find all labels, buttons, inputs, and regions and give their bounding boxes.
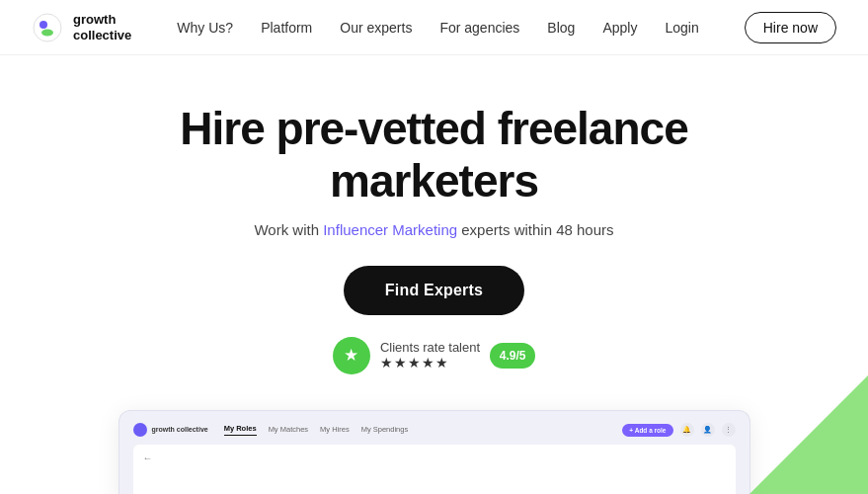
navbar: growth collective Why Us? Platform Our e… xyxy=(0,0,868,55)
nav-item-experts[interactable]: Our experts xyxy=(340,19,412,37)
app-tab-my-roles[interactable]: My Roles xyxy=(224,424,257,436)
svg-point-2 xyxy=(41,29,53,36)
nav-item-why-us[interactable]: Why Us? xyxy=(177,19,233,37)
app-tab-my-spendings[interactable]: My Spendings xyxy=(361,425,409,436)
nav-item-blog[interactable]: Blog xyxy=(547,19,575,37)
corner-decoration xyxy=(750,375,868,494)
nav-item-apply[interactable]: Apply xyxy=(602,19,637,37)
rating-text: Clients rate talent ★★★★★ xyxy=(380,340,480,370)
app-logo-dot xyxy=(133,423,147,437)
hero-title: Hire pre-vetted freelance marketers xyxy=(158,103,711,207)
hire-now-button[interactable]: Hire now xyxy=(745,12,836,43)
app-preview-wrapper: growth collective My Roles My Matches My… xyxy=(118,410,750,494)
app-navbar: growth collective My Roles My Matches My… xyxy=(133,423,736,437)
svg-point-0 xyxy=(34,14,61,41)
rating-label: Clients rate talent xyxy=(380,340,480,355)
app-tabs: My Roles My Matches My Hires My Spending… xyxy=(224,424,607,436)
hero-link[interactable]: Influencer Marketing xyxy=(323,221,457,238)
hero-subtitle: Work with Influencer Marketing experts w… xyxy=(254,221,613,238)
logo-icon xyxy=(32,12,63,43)
nav-links: Why Us? Platform Our experts For agencie… xyxy=(177,19,698,37)
rating-icon: ★ xyxy=(333,337,370,374)
app-tab-my-matches[interactable]: My Matches xyxy=(269,425,308,436)
app-logo: growth collective xyxy=(133,423,208,437)
menu-icon[interactable]: ⋮ xyxy=(722,423,736,437)
logo[interactable]: growth collective xyxy=(32,12,131,43)
app-brand-name: growth collective xyxy=(152,426,208,434)
nav-item-platform[interactable]: Platform xyxy=(261,19,312,37)
hero-section: Hire pre-vetted freelance marketers Work… xyxy=(0,55,868,374)
app-preview: growth collective My Roles My Matches My… xyxy=(118,410,750,494)
bell-icon[interactable]: 🔔 xyxy=(680,423,694,437)
nav-item-agencies[interactable]: For agencies xyxy=(439,19,519,37)
rating-score: 4.9/5 xyxy=(490,343,535,369)
app-content: ← xyxy=(133,445,736,494)
app-actions: + Add a role 🔔 👤 ⋮ xyxy=(622,423,735,437)
add-role-button[interactable]: + Add a role xyxy=(622,424,672,437)
user-avatar[interactable]: 👤 xyxy=(701,423,715,437)
back-arrow-icon[interactable]: ← xyxy=(143,453,726,463)
rating-stars: ★★★★★ xyxy=(380,355,449,370)
nav-item-login[interactable]: Login xyxy=(665,19,698,37)
app-tab-my-hires[interactable]: My Hires xyxy=(320,425,350,436)
brand-name: growth collective xyxy=(73,12,131,42)
find-experts-button[interactable]: Find Experts xyxy=(344,266,524,315)
rating-area: ★ Clients rate talent ★★★★★ 4.9/5 xyxy=(333,337,535,374)
svg-point-1 xyxy=(39,21,47,29)
